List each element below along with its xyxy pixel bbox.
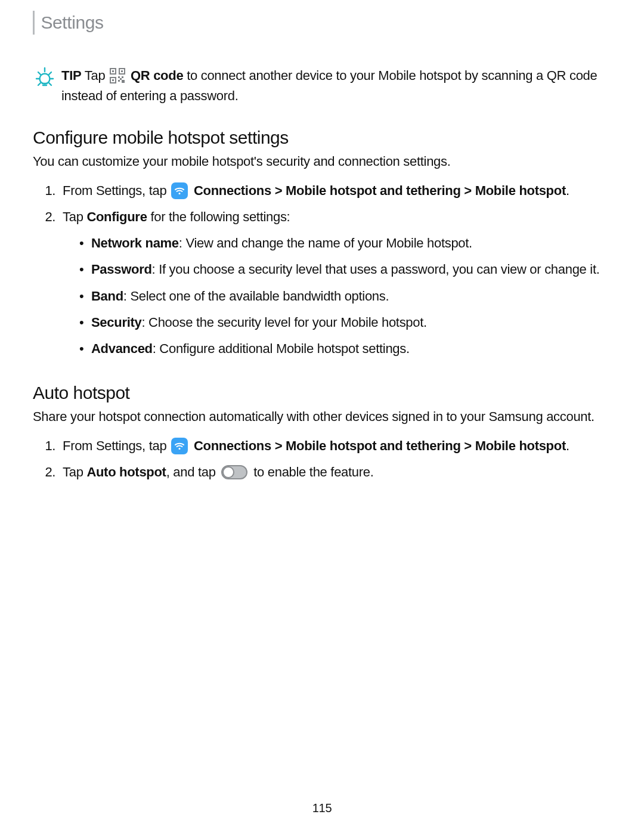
bullet-desc: : Choose the security level for your Mob… [141,315,426,330]
auto-step2-lead: Tap [63,465,86,479]
tip-qr-bold: QR code [127,68,183,83]
auto-step2-bold: Auto hotspot [86,465,166,479]
bullet-term: Security [91,315,141,330]
toggle-switch-icon [221,465,247,479]
header-accent-bar [33,11,35,35]
section-intro-auto: Share your hotspot connection automatica… [33,407,611,426]
bullet-password: Password: If you choose a security level… [79,259,611,280]
bullet-desc: : Select one of the available bandwidth … [123,289,389,304]
auto-step1-path: Connections > Mobile hotspot and tetheri… [190,438,566,453]
svg-rect-17 [122,80,125,83]
auto-step-2: Tap Auto hotspot, and tap to enable the … [59,462,611,482]
bullet-band: Band: Select one of the available bandwi… [79,286,611,306]
svg-line-7 [49,83,51,85]
auto-steps-list: From Settings, tap Connections > Mobile … [33,436,611,482]
configure-bullets: Network name: View and change the name o… [63,233,611,358]
auto-step-1: From Settings, tap Connections > Mobile … [59,436,611,456]
bullet-desc: : Configure additional Mobile hotspot se… [153,341,410,356]
document-page: Settings TIP Tap [0,0,644,833]
auto-step1-end: . [566,438,569,453]
svg-point-0 [40,74,50,84]
connections-wifi-icon [171,438,188,454]
qr-code-icon [110,68,125,83]
section-intro-configure: You can customize your mobile hotspot's … [33,151,611,171]
svg-rect-15 [122,76,123,78]
configure-steps-list: From Settings, tap Connections > Mobile … [33,181,611,359]
page-header: Settings [33,0,611,66]
bullet-term: Password [91,262,152,277]
svg-point-19 [179,193,181,194]
section-title-configure: Configure mobile hotspot settings [33,128,611,148]
svg-rect-16 [118,80,120,82]
configure-step-2: Tap Configure for the following settings… [59,207,611,359]
step2-rest: for the following settings: [147,209,290,224]
svg-rect-9 [112,70,114,72]
connections-wifi-icon [171,182,188,199]
svg-point-20 [179,448,181,450]
svg-rect-13 [112,79,114,81]
bullet-term: Network name [91,236,179,250]
step1-lead: From Settings, tap [63,183,170,198]
bullet-term: Advanced [91,341,153,356]
lightbulb-icon [33,66,57,89]
svg-rect-14 [118,76,120,78]
step1-path: Connections > Mobile hotspot and tetheri… [190,183,566,198]
bullet-desc: : If you choose a security level that us… [152,262,600,277]
page-number: 115 [0,801,644,815]
auto-step2-rest: to enable the feature. [250,465,373,479]
tip-callout: TIP Tap [33,66,611,106]
tip-pre: Tap [81,68,105,83]
step2-lead: Tap [63,209,86,224]
svg-rect-11 [121,70,123,72]
svg-rect-18 [120,78,122,80]
tip-label: TIP [61,68,81,83]
step2-bold: Configure [86,209,147,224]
auto-step1-lead: From Settings, tap [63,438,170,453]
svg-line-6 [38,83,41,85]
bullet-advanced: Advanced: Configure additional Mobile ho… [79,339,611,359]
svg-line-4 [38,72,41,75]
auto-step2-mid: , and tap [166,465,219,479]
header-title: Settings [41,13,103,33]
bullet-network-name: Network name: View and change the name o… [79,233,611,253]
bullet-desc: : View and change the name of your Mobil… [179,236,472,250]
tip-text: TIP Tap [61,66,611,106]
svg-line-5 [49,72,51,75]
bullet-security: Security: Choose the security level for … [79,312,611,333]
bullet-term: Band [91,289,123,304]
configure-step-1: From Settings, tap Connections > Mobile … [59,181,611,201]
step1-end: . [566,183,569,198]
section-title-auto: Auto hotspot [33,383,611,403]
